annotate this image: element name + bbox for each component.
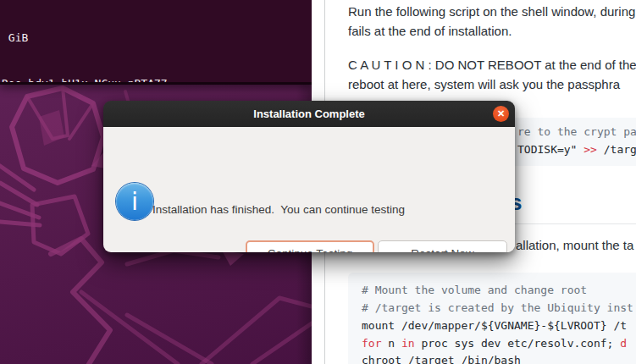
doc-caution-line: C A U T I O N : DO NOT REBOOT at the end… (348, 58, 636, 72)
code-keyword: for (362, 337, 381, 350)
close-icon[interactable]: ✕ (493, 106, 509, 122)
doc-caution-line: reboot at here, system will ask you the … (348, 77, 620, 91)
dialog-body: i Installation has finished. You can con… (103, 127, 515, 252)
code-line: # /target is created by the Ubiquity ins… (362, 301, 633, 314)
doc-paragraph-line: fails at the end of installation. (348, 24, 512, 38)
code-operator: >> (583, 143, 597, 156)
installation-complete-dialog: Installation Complete ✕ i Installation h… (103, 101, 515, 252)
doc-paragraph-line: Run the following script on the shell wi… (348, 4, 635, 19)
terminal-line: GiB (0, 30, 312, 46)
code-text: TODISK=y" (517, 143, 583, 156)
restart-now-button[interactable]: Restart Now (378, 240, 507, 252)
code-text: n (381, 337, 401, 350)
code-text: /targ (597, 143, 636, 156)
code-line: for n in proc sys dev etc/resolv.conf; d (362, 337, 627, 350)
desktop-screen: GiB Roo-bdv1-bH1x-NCuu-nBTA77 re to the … (0, 0, 636, 364)
code-line: # Mount the volume and change root (362, 284, 587, 296)
info-icon: i (116, 183, 153, 220)
code-line: TODISK=y" >> /targ (517, 143, 636, 156)
code-line: re to the crypt pa (517, 125, 636, 138)
code-text: proc sys dev etc/resolv.conf; (415, 337, 621, 350)
continue-testing-button[interactable]: Continue Testing (246, 240, 374, 252)
terminal-line: Roo-bdv1-bH1x-NCuu-nBTA77 (0, 76, 312, 85)
dialog-titlebar[interactable]: Installation Complete ✕ (103, 101, 515, 127)
code-line: chroot /target /bin/bash (362, 354, 521, 364)
dialog-message-line: Installation has finished. You can conti… (152, 202, 423, 218)
code-keyword: in (401, 337, 415, 350)
code-keyword: d (620, 337, 627, 350)
doc-paragraph-fragment: allation, mount the ta (516, 238, 633, 252)
terminal-window[interactable]: GiB Roo-bdv1-bH1x-NCuu-nBTA77 re to the … (0, 0, 312, 85)
dialog-title: Installation Complete (103, 101, 515, 127)
code-line: mount /dev/mapper/${VGNAME}-${LVROOT} /t (362, 319, 627, 332)
